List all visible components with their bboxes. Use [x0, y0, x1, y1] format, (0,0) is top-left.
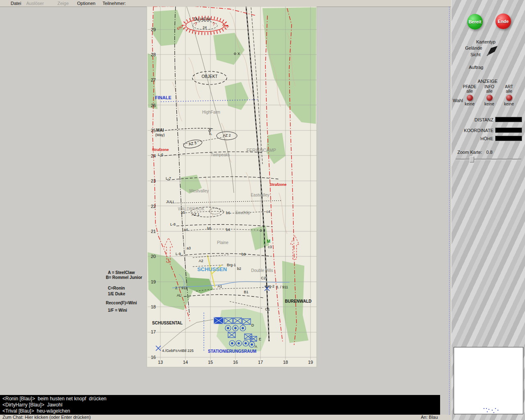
control-panel: Bereit Ende Kartentyp Gelände Sicht Auft… — [451, 0, 525, 420]
menu-item-optionen[interactable]: Optionen — [77, 1, 96, 6]
map-label: Brg-1 — [227, 263, 236, 267]
zoom-slider-track[interactable] — [456, 159, 521, 160]
zoom-slider-handle[interactable] — [470, 156, 474, 162]
map-label: 25 — [151, 128, 156, 133]
art-alle: alle — [498, 89, 520, 94]
chat-message: <Trival [Blau]> heu-wägelchen — [2, 408, 438, 414]
map-label: L — [210, 132, 212, 136]
map-label: L-8 — [170, 222, 176, 226]
map-label: 8 — [209, 127, 211, 131]
zoom-caption: Zoom Karte: — [457, 150, 482, 155]
height-label: HÖHE — [480, 136, 493, 141]
map-label: Southtip — [235, 210, 251, 215]
distance-label: DISTANZ — [475, 117, 493, 122]
map-label: AZ 1 — [192, 212, 199, 217]
map-label: X — [237, 52, 240, 56]
map-label: C=Ronin — [108, 286, 125, 290]
map-label: C2 — [261, 276, 266, 280]
map-label: 3. / 911 — [276, 285, 288, 289]
map-label: HighFarm — [202, 110, 220, 114]
map-label: 28 — [151, 52, 156, 57]
map-label: Eastvalley — [251, 193, 269, 197]
map-label: J — [263, 228, 265, 233]
map-label: a3 — [187, 246, 191, 250]
art-column: ART alle keine — [498, 84, 520, 106]
end-button[interactable]: Ende — [495, 14, 511, 29]
map-label: SCHUSSEN — [197, 266, 227, 272]
map-label: 14 — [183, 360, 188, 365]
chat-hint[interactable]: Zum Chat: Hier klicken (oder Enter drück… — [2, 415, 91, 420]
map-label: 17 — [258, 360, 263, 365]
map-label: a5 — [181, 210, 185, 215]
map-label: 21 — [151, 229, 156, 234]
map-label: 18 — [151, 304, 156, 309]
map-label: M — [267, 239, 270, 244]
menu-bar: Datei Auslöser Zeige Optionen Teilnehmer… — [0, 0, 451, 7]
map-label: B= Rommel Junior — [106, 275, 142, 280]
chat-panel[interactable]: <Ronin [Blau]> beim husten net knopf drü… — [0, 395, 440, 415]
map-label: A — [255, 345, 257, 349]
map-label: 24 — [203, 25, 207, 30]
map-label: 18 — [283, 360, 288, 365]
map-label: C1 — [265, 307, 270, 311]
map-label: Brg-2 — [265, 284, 274, 288]
view-option[interactable]: Sicht — [470, 52, 480, 57]
chat-target-badge[interactable]: An: Blau — [421, 415, 438, 420]
map-label: 22 — [151, 204, 156, 209]
pfade-knob[interactable] — [467, 95, 473, 101]
map-label: 17 — [151, 329, 156, 334]
info-knob[interactable] — [486, 95, 493, 101]
map-label: 2. / 911 — [175, 286, 187, 290]
status-bar: Zum Chat: Hier klicken (oder Enter drück… — [0, 415, 451, 420]
map-label: L-7 — [166, 176, 171, 180]
map-label: 19 — [151, 279, 156, 284]
chat-message: <Ronin [Blau]> beim husten net knopf drü… — [2, 396, 438, 402]
menu-item-datei[interactable]: Datei — [11, 1, 21, 6]
map-label: FINALE — [155, 95, 171, 100]
map-label: Strafzone — [152, 148, 169, 152]
terrain-option[interactable]: Gelände — [465, 46, 482, 50]
map-label: 20 — [151, 254, 156, 259]
map-label: FERIENCAMP — [247, 148, 276, 153]
map-label: 29 — [151, 27, 156, 32]
art-label: ART — [498, 84, 520, 89]
zoom-label: Zoom Karte:0.8 — [457, 150, 493, 155]
map-label: 26 — [151, 103, 156, 108]
map-label: 16 — [151, 355, 156, 360]
menu-item-ausloeser: Auslöser — [26, 1, 44, 6]
map-label: SCHUSSENTAL — [152, 321, 183, 325]
map-label: b2 — [237, 267, 241, 271]
coordinate-value — [495, 128, 522, 133]
planning-map[interactable]: 2928272625242322212019181716131415161718… — [0, 7, 451, 395]
art-knob[interactable] — [506, 95, 512, 101]
height-value — [495, 136, 522, 141]
overview-map[interactable] — [454, 347, 523, 414]
map-label: 19 — [308, 360, 313, 365]
map-label: BURENWALD — [285, 299, 312, 304]
menu-item-teilnehmer[interactable]: Teilnehmer: — [103, 1, 126, 6]
height-readout: HÖHE — [452, 135, 524, 142]
map-label: ? — [212, 22, 215, 27]
stylus-icon[interactable] — [484, 43, 500, 59]
map-label: b3 — [242, 252, 246, 256]
coordinate-label: KOORDINATE — [464, 128, 493, 133]
distance-value — [495, 117, 522, 122]
mission-button[interactable]: Auftrag — [469, 65, 483, 70]
map-label: Strafzone — [269, 183, 286, 187]
map-label: a4 — [184, 228, 188, 232]
map-label: 16 — [233, 360, 238, 365]
map-label: Twinpeaks — [210, 153, 230, 157]
map-label: 15 — [208, 360, 213, 365]
ready-button[interactable]: Bereit — [467, 14, 483, 30]
map-label: Plaine — [217, 240, 228, 245]
map-label: 27 — [151, 78, 156, 82]
map-label: TALHEIM — [193, 17, 211, 22]
map-label: 1/F = Wini — [108, 308, 127, 313]
map-label: D — [251, 323, 254, 327]
map-label: L-9 — [176, 252, 181, 256]
map-label: b4 — [226, 228, 230, 232]
map-label: OBJEKT — [202, 74, 218, 79]
end-button-label: Ende — [498, 19, 509, 24]
map-label: 4./GebPzArtBtl 225 — [162, 349, 194, 353]
chat-message: <DirtyHarry [Blau]> Jawohl — [2, 402, 438, 408]
